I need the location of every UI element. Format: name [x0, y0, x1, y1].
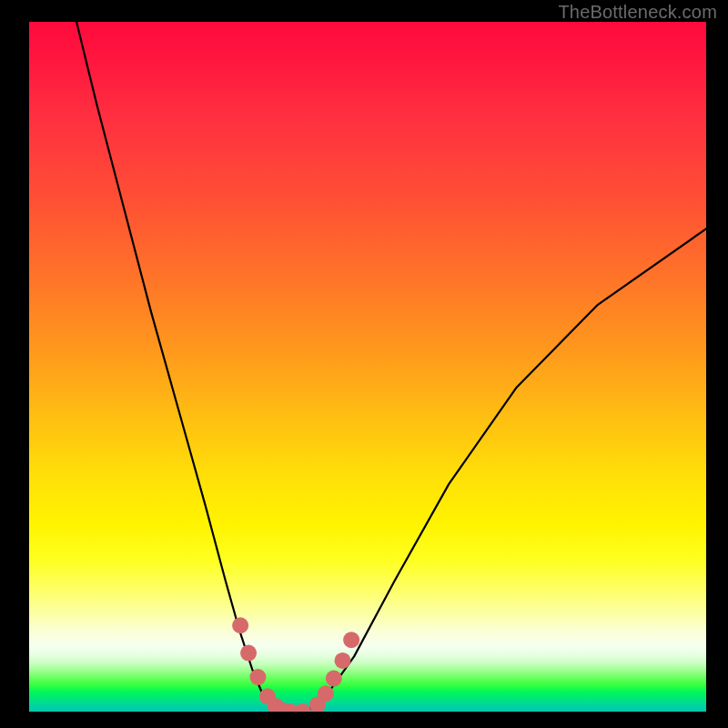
bottleneck-curve — [76, 22, 706, 712]
plot-area — [29, 22, 706, 712]
chart-frame: TheBottleneck.com — [0, 0, 728, 728]
threshold-marker — [334, 652, 350, 669]
threshold-marker — [232, 617, 248, 633]
threshold-marker — [240, 645, 257, 662]
threshold-marker — [295, 703, 311, 712]
chart-svg — [29, 22, 706, 712]
threshold-marker — [343, 632, 359, 648]
attribution-label: TheBottleneck.com — [558, 2, 717, 23]
threshold-marker — [249, 669, 266, 685]
threshold-marker — [318, 685, 334, 702]
threshold-marker — [326, 671, 342, 687]
curve-group — [76, 22, 706, 712]
